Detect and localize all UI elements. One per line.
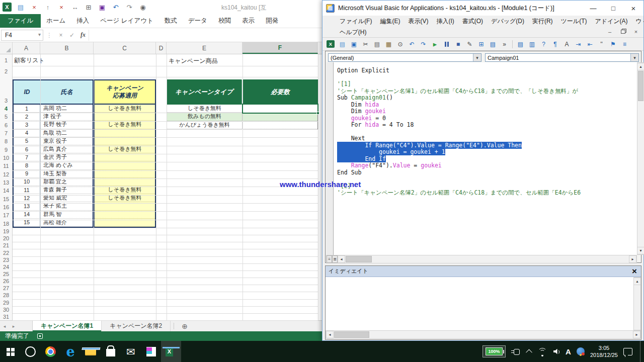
row-header-22[interactable]: 22 xyxy=(0,249,12,256)
edge-taskbar-icon[interactable] xyxy=(60,341,80,362)
row-header-27[interactable]: 27 xyxy=(0,285,12,292)
cell-name-row5[interactable]: 津 役子 xyxy=(40,113,93,121)
menu-item-3[interactable]: 挿入(I) xyxy=(432,16,458,27)
campaign-type-cell[interactable]: しそ巻き無料 xyxy=(167,105,243,112)
cell-campaign-row5[interactable] xyxy=(95,113,155,121)
reset-icon[interactable]: ■ xyxy=(454,40,462,48)
menu-item-8[interactable]: アドイン(A) xyxy=(591,16,631,27)
add-sheet-icon[interactable]: ⊕ xyxy=(177,321,192,331)
redo-icon[interactable]: ↷ xyxy=(125,3,134,12)
redo-icon[interactable]: ↷ xyxy=(420,40,427,48)
cell-campaign-row6[interactable]: しそ巻き無料 xyxy=(95,121,155,129)
toggle-list-icon[interactable]: ≡ xyxy=(621,40,628,48)
row-header-18[interactable]: 18 xyxy=(0,220,12,228)
list-properties-icon[interactable]: ▤ xyxy=(517,40,524,48)
row-header-26[interactable]: 26 xyxy=(0,278,12,285)
insert-cells-icon[interactable]: ▤ xyxy=(16,3,25,12)
design-mode-icon[interactable]: ✎ xyxy=(466,40,473,48)
minimize-button[interactable]: — xyxy=(583,1,603,16)
cell-campaign-row4[interactable]: しそ巻き無料 xyxy=(95,105,155,113)
campaign-count-cell[interactable] xyxy=(243,113,317,120)
row-header-30[interactable]: 30 xyxy=(0,306,12,313)
mail-taskbar-icon[interactable] xyxy=(121,341,141,362)
cell-campaign-row10[interactable] xyxy=(95,153,155,161)
start-taskbar-icon[interactable] xyxy=(0,341,20,362)
menu-item-2[interactable]: 表示(V) xyxy=(404,16,432,27)
hscroll-thumb[interactable] xyxy=(334,331,369,338)
object-dropdown[interactable]: (General) xyxy=(328,53,481,62)
explorer-taskbar-icon[interactable] xyxy=(80,341,101,362)
row-header-9[interactable]: 9 xyxy=(0,146,12,154)
procedure-view-icon[interactable]: ≡ xyxy=(327,255,332,263)
row-header-28[interactable]: 28 xyxy=(0,292,12,299)
code-line-0[interactable]: Option Explicit xyxy=(337,67,389,74)
cell-name-row9[interactable]: 広島 真介 xyxy=(40,145,93,153)
battery-icon[interactable]: 100% xyxy=(482,345,506,357)
ribbon-tab-6[interactable]: 校閲 xyxy=(213,14,236,28)
macro-record-icon[interactable] xyxy=(37,333,43,339)
cut-icon[interactable]: ✂ xyxy=(362,40,369,48)
list-constants-icon[interactable]: ▥ xyxy=(528,40,536,48)
column-header-E[interactable]: E xyxy=(167,42,243,54)
code-editor[interactable]: Option Explicit'[1]'シート「キャンペーン名簿1」のセル範囲「… xyxy=(334,62,637,255)
wifi-icon[interactable] xyxy=(537,348,546,355)
photos-taskbar-icon[interactable] xyxy=(141,341,161,362)
cell-id-row4[interactable]: 1 xyxy=(14,105,40,113)
row-header-13[interactable]: 13 xyxy=(0,178,12,187)
properties-window-icon[interactable]: ▤ xyxy=(489,40,497,48)
cell-name-row11[interactable]: 北海 めぐみ xyxy=(40,161,93,169)
ribbon-tab-3[interactable]: ページ レイアウト xyxy=(95,14,159,28)
scroll-up-icon[interactable]: ▴ xyxy=(633,278,641,285)
code-line-15[interactable]: End Sub xyxy=(337,169,361,176)
row-header-17[interactable]: 17 xyxy=(0,211,12,219)
undo-icon[interactable]: ↶ xyxy=(408,40,416,48)
cell-campaign-row8[interactable] xyxy=(95,137,155,145)
move-up-icon[interactable]: ↑ xyxy=(43,3,52,12)
cell-campaign-row13[interactable] xyxy=(95,178,155,186)
cancel-entry-icon[interactable]: × xyxy=(55,32,66,39)
row-header-14[interactable]: 14 xyxy=(0,187,12,195)
cell-id-row8[interactable]: 5 xyxy=(14,137,40,145)
cell-campaign-row11[interactable] xyxy=(95,161,155,169)
column-header-D[interactable]: D xyxy=(156,42,167,54)
hscroll-thumb[interactable] xyxy=(346,256,372,262)
break-icon[interactable] xyxy=(443,40,450,48)
row-header-20[interactable]: 20 xyxy=(0,235,12,242)
store-taskbar-icon[interactable] xyxy=(101,341,121,362)
code-horizontal-scrollbar[interactable]: ≡ ≣ ◂ ▸ xyxy=(326,255,637,263)
undo-icon[interactable]: ↶ xyxy=(111,3,120,12)
cell-id-row6[interactable]: 3 xyxy=(14,121,40,129)
cell-id-row5[interactable]: 2 xyxy=(14,113,40,121)
row-header-7[interactable]: 7 xyxy=(0,129,12,137)
cell-name-row10[interactable]: 金沢 秀子 xyxy=(40,153,93,161)
row-header-25[interactable]: 25 xyxy=(0,270,12,278)
cell-id-row14[interactable]: 11 xyxy=(14,186,40,194)
insert-function-icon[interactable]: fx xyxy=(77,31,89,39)
code-line-7[interactable]: goukei = 0 xyxy=(337,115,386,122)
menu-item-6[interactable]: 実行(R) xyxy=(528,16,557,27)
row-header-31[interactable]: 31 xyxy=(0,313,12,320)
code-line-4[interactable]: Sub Campaign01() xyxy=(337,95,393,102)
code-line-12[interactable]: goukei = goukei + 1 xyxy=(337,149,445,156)
active-cell-selection[interactable] xyxy=(242,104,318,114)
fill-handle[interactable] xyxy=(316,112,319,115)
cell-campaign-row12[interactable] xyxy=(95,170,155,178)
bookmark-icon[interactable]: ⚑ xyxy=(609,40,617,48)
cell-id-row11[interactable]: 8 xyxy=(14,161,40,169)
mdi-restore-icon[interactable] xyxy=(618,28,627,36)
row-header-12[interactable]: 12 xyxy=(0,170,12,178)
code-margin-indicator-bar[interactable] xyxy=(326,62,334,255)
insert-userform-icon[interactable]: ▤ xyxy=(339,40,346,48)
menu-item-0[interactable]: ファイル(F) xyxy=(336,16,376,27)
code-line-10[interactable]: Next xyxy=(337,135,365,142)
name-box[interactable]: F4 xyxy=(1,30,43,41)
excel-taskbar-icon[interactable] xyxy=(161,341,181,362)
row-header-6[interactable]: 6 xyxy=(0,121,12,129)
cell-campaign-row7[interactable] xyxy=(95,129,155,137)
row-header-5[interactable]: 5 xyxy=(0,113,12,121)
row-header-16[interactable]: 16 xyxy=(0,203,12,211)
scroll-down-icon[interactable]: ▾ xyxy=(637,247,644,254)
row-header-21[interactable]: 21 xyxy=(0,242,12,249)
menu-item-5[interactable]: デバッグ(D) xyxy=(487,16,528,27)
cell-name-row14[interactable]: 青森 舞子 xyxy=(40,186,93,194)
